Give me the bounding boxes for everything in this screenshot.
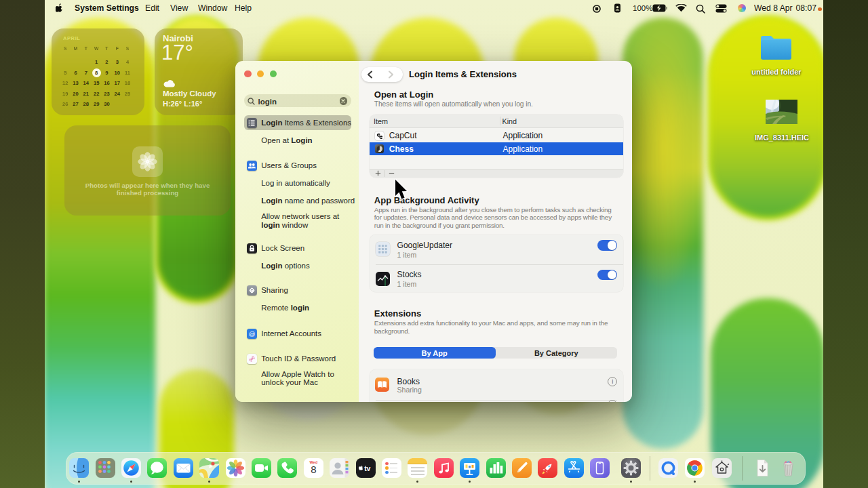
svg-text:tv: tv [364, 464, 370, 472]
svg-text:@: @ [249, 330, 256, 338]
